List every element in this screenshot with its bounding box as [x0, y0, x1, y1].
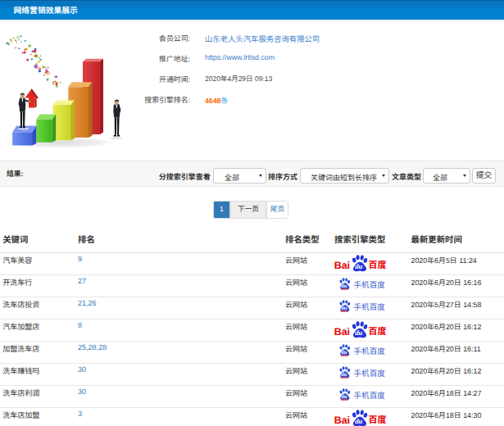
svg-text:du: du [355, 417, 362, 425]
svg-text:手机百度: 手机百度 [354, 300, 386, 311]
svg-text:du: du [341, 283, 347, 288]
svg-text:du: du [341, 394, 347, 400]
svg-text:百度: 百度 [369, 258, 387, 271]
svg-text:手机百度: 手机百度 [354, 278, 386, 289]
svg-text:百度: 百度 [369, 414, 387, 426]
svg-text:百度: 百度 [369, 324, 387, 338]
svg-text:Bai: Bai [334, 415, 350, 426]
svg-text:du: du [355, 261, 362, 270]
svg-text:手机百度: 手机百度 [354, 345, 386, 356]
svg-text:手机百度: 手机百度 [354, 389, 386, 401]
svg-text:Bai: Bai [334, 259, 350, 270]
svg-text:du: du [355, 329, 362, 337]
svg-text:手机百度: 手机百度 [354, 367, 386, 378]
svg-text:du: du [341, 372, 347, 378]
svg-text:du: du [341, 305, 347, 310]
svg-text:Bai: Bai [334, 326, 350, 338]
svg-text:du: du [341, 350, 347, 356]
